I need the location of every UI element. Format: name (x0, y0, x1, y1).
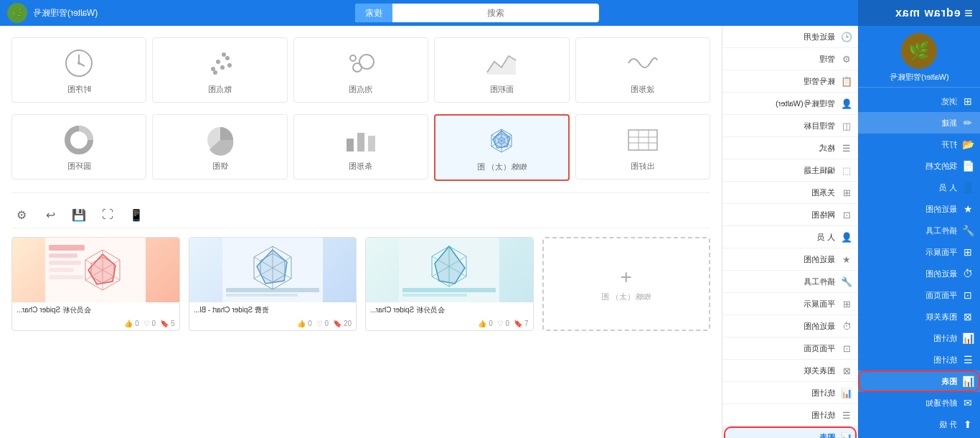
template-card-2[interactable]: 资费 Spider Chart - Bl... 20 🔖 0 ♡ 0 👍 (189, 237, 357, 331)
sidebar-item-chartrelate[interactable]: 图表关联 ⊠ (858, 306, 980, 327)
settings-toolbar-btn[interactable]: ⚙ (11, 205, 32, 225)
sidebar-item-flatpage[interactable]: 平面页面 ⊡ (858, 284, 980, 306)
chart-type-donut[interactable]: 圆环图 (11, 114, 146, 180)
template-card-3[interactable]: 会员分析 Spider Char... 7 🔖 0 ♡ 0 👍 (365, 237, 534, 331)
sec-icon-charts2: 📊 (841, 432, 852, 438)
sec-label-format: 格式 (819, 143, 835, 154)
svg-rect-20 (368, 136, 375, 152)
sidebar-item-favorite[interactable]: 最近的图 ★ (858, 198, 980, 220)
template-preview-3 (399, 238, 499, 302)
templates-toolbar: ⚙ ↩ 💾 ⛶ 📱 (11, 202, 710, 228)
chart-type-pie[interactable]: 饼图 (152, 114, 287, 180)
chart-type-scatter[interactable]: 散点图 (152, 37, 287, 103)
wave-svg (625, 47, 661, 79)
sec-item-theme[interactable]: 编辑主题 ⬚ (722, 159, 858, 182)
worktools-icon: 🔧 (961, 224, 974, 237)
search-button[interactable]: 搜索 (355, 4, 392, 22)
sec-label-table2: 统计图 (811, 410, 835, 421)
bar2-label: 条形图 (349, 161, 372, 172)
undo-toolbar-btn[interactable]: ↩ (40, 205, 60, 225)
sec-item-recentuse[interactable]: 最近使用 🕒 (722, 26, 858, 48)
sidebar-item-create[interactable]: 新建 ✏ (858, 112, 980, 134)
sidebar-item-recent2-label: 最近的图 (925, 269, 957, 279)
search-bar: 搜索 (355, 4, 599, 22)
sec-item-worktools[interactable]: 插件工具 🔧 (722, 271, 858, 293)
save-toolbar-btn[interactable]: 💾 (69, 205, 89, 225)
area-icon-area (480, 45, 523, 81)
sidebar-item-browse[interactable]: 浏览 ⊞ (858, 90, 980, 112)
sec-item-stat2[interactable]: 统计图 📊 (722, 382, 858, 404)
sidebar-item-worktools[interactable]: 插件工具 🔧 (858, 220, 980, 241)
template-stats-2: 20 🔖 0 ♡ 0 👍 (194, 320, 352, 327)
chart-type-clock[interactable]: 时序图 (11, 37, 146, 103)
sec-item-personnel[interactable]: 人 员 👤 (722, 226, 858, 248)
add-template-card[interactable]: + 蜘蛛（太） 图 (542, 237, 711, 331)
sidebar-item-exit[interactable]: 退 出 ⏻ (858, 435, 980, 438)
chart-type-bar2[interactable]: 条形图 (293, 114, 428, 180)
sec-item-flat2[interactable]: 平面展示 ⊞ (722, 293, 858, 315)
sidebar-item-person[interactable]: 人 员 👤 (858, 177, 980, 198)
svg-point-3 (77, 62, 80, 65)
sidebar-item-upgrade[interactable]: 升 级 ⬆ (858, 414, 980, 435)
search-input[interactable] (392, 8, 599, 18)
sec-item-format[interactable]: 格式 ☰ (722, 137, 858, 159)
sidebar-item-recent2[interactable]: 最近的图 ⏱ (858, 263, 980, 284)
template-thumb-2 (189, 238, 357, 302)
sidebar-item-email[interactable]: 邮件通知 ✉ (858, 392, 980, 414)
svg-rect-47 (49, 253, 77, 258)
template-info-1: 会员分析 Spider Char... 5 🔖 0 ♡ 0 👍 (12, 302, 179, 330)
pie-label: 饼图 (212, 161, 228, 172)
donut-icon-area (57, 122, 100, 158)
chart-type-spider[interactable]: 蜘蛛（太） 图 (434, 114, 569, 181)
mobile-toolbar-btn[interactable]: 📱 (126, 205, 146, 225)
bar2-icon-area (339, 122, 382, 158)
sec-label-flatpg: 平面页面 (804, 343, 835, 354)
sec-label-relation: 关系图 (811, 187, 835, 198)
sec-label-personnel: 人 员 (817, 232, 835, 243)
sec-item-recent3[interactable]: 最近的图 ⏱ (722, 315, 858, 337)
area-label: 面积图 (490, 84, 514, 95)
svg-point-6 (220, 65, 225, 70)
svg-point-12 (359, 55, 374, 69)
expand-toolbar-btn[interactable]: ⛶ (98, 205, 118, 225)
topbar-avatar[interactable]: 🌿 (7, 3, 27, 23)
sec-item-relation[interactable]: 关系图 ⊞ (722, 182, 858, 204)
create-icon: ✏ (961, 116, 974, 129)
sec-item-userwalter[interactable]: 管理账号(Walter) 👤 (722, 93, 858, 115)
template-stats-3: 7 🔖 0 ♡ 0 👍 (370, 320, 529, 327)
sec-item-fav2[interactable]: 最近的图 ★ (722, 248, 858, 271)
sec-item-table2[interactable]: 统计图 ☰ (722, 404, 858, 427)
sidebar-item-mydocs[interactable]: 我的文档 📄 (858, 155, 980, 177)
stat-hearts-2: 0 ♡ (316, 320, 329, 327)
sidebar-item-flat[interactable]: 平面展示 ⊞ (858, 241, 980, 263)
sidebar-item-flat-label: 平面展示 (925, 247, 957, 258)
chart-type-table[interactable]: 出好图 (575, 114, 710, 180)
sec-item-accountmgmt[interactable]: 账号管理 📋 (722, 70, 858, 93)
sidebar-item-open[interactable]: 打开 📂 (858, 134, 980, 155)
svg-point-8 (227, 63, 232, 67)
sidebar-item-charts[interactable]: 图表 📊 (858, 371, 980, 392)
chart-type-wave[interactable]: 波形图 (575, 37, 710, 103)
sidebar-item-statchart[interactable]: 统计图 📊 (858, 327, 980, 349)
chart-type-area[interactable]: 面积图 (434, 37, 569, 103)
svg-rect-72 (402, 288, 496, 292)
chart-type-bubble[interactable]: 泡点图 (293, 37, 428, 103)
svg-point-13 (350, 55, 356, 61)
username-label: (Walter)管理账号 (890, 72, 949, 83)
sec-label-network: 网络图 (811, 210, 835, 220)
sec-item-flatpg[interactable]: 平面页面 ⊡ (722, 337, 858, 360)
sidebar-item-table[interactable]: 统计图 ☰ (858, 349, 980, 371)
avatar[interactable]: 🌿 (901, 33, 937, 69)
stat-hearts-1: 0 ♡ (143, 320, 156, 327)
template-card-1[interactable]: 会员分析 Spider Char... 5 🔖 0 ♡ 0 👍 (11, 237, 180, 331)
sidebar-item-person-label: 人 员 (939, 182, 957, 193)
sec-icon-recentuse: 🕒 (841, 31, 852, 42)
sec-item-chartrel2[interactable]: 图表关联 ⊠ (722, 360, 858, 382)
sec-item-network[interactable]: 网络图 ⊡ (722, 204, 858, 226)
sec-item-charts2[interactable]: 图表 📊 (722, 427, 858, 438)
secondary-sidebar: 最近使用 🕒 管理 ⚙ 账号管理 📋 管理账号(Walter) 👤 管理目标 ◫… (722, 26, 858, 438)
stat-likes-1: 0 👍 (124, 320, 138, 327)
sec-item-target[interactable]: 管理目标 ◫ (722, 115, 858, 137)
clock-svg (61, 47, 97, 79)
sec-item-manage[interactable]: 管理 ⚙ (722, 48, 858, 70)
